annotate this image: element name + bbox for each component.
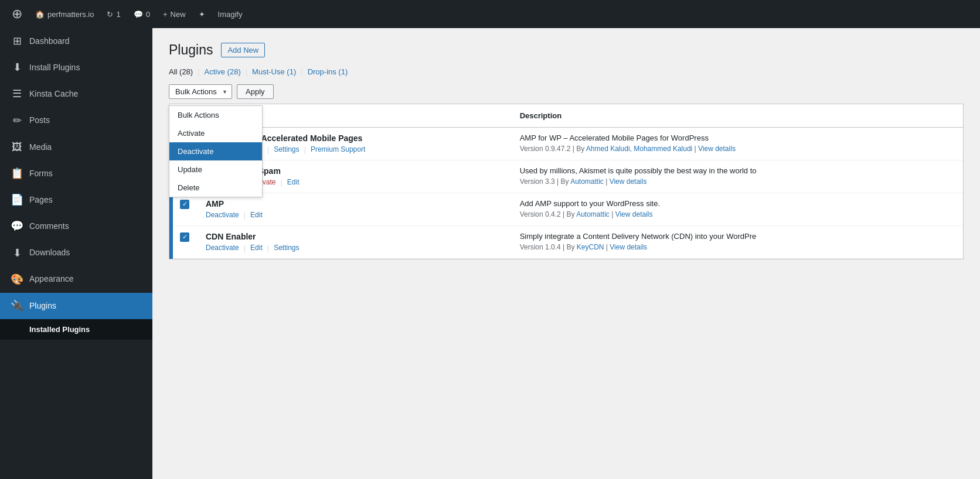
yoast-logo-icon: ✦ bbox=[199, 10, 205, 19]
filter-all[interactable]: All (28) bbox=[169, 67, 193, 76]
view-details-amp[interactable]: View details bbox=[615, 210, 653, 218]
plugin-meta-amp: Version 0.4.2 | By Automattic | View det… bbox=[520, 210, 955, 218]
plugin-desc-akismet: Used by millions, Akismet is quite possi… bbox=[512, 160, 963, 193]
plugin-actions-amp: Deactivate | Edit bbox=[206, 211, 503, 220]
plugin-actions-cdn: Deactivate | Edit | Settings bbox=[206, 244, 503, 252]
sidebar-item-comments[interactable]: 💬 Comments bbox=[0, 213, 152, 240]
sidebar-item-appearance[interactable]: 🎨 Appearance bbox=[0, 266, 152, 293]
plugin-name-cdn: CDN Enabler bbox=[206, 232, 503, 241]
wp-logo-icon: ⊕ bbox=[12, 6, 22, 22]
author-link-ampforwp[interactable]: Ahmed Kaludi, Mohammed Kaludi bbox=[586, 145, 692, 153]
action-edit-amp[interactable]: Edit bbox=[250, 211, 263, 220]
updates-icon: ↻ bbox=[107, 10, 113, 19]
site-name[interactable]: 🏠 perfmatters.io bbox=[30, 0, 98, 28]
appearance-icon: 🎨 bbox=[11, 272, 23, 287]
action-edit-akismet[interactable]: Edit bbox=[287, 178, 300, 187]
posts-icon: ✏ bbox=[11, 114, 23, 128]
plugin-name-amp: AMP bbox=[206, 199, 503, 208]
imagify-link[interactable]: Imagify bbox=[213, 0, 247, 28]
page-title-row: Plugins Add New bbox=[169, 42, 964, 58]
view-details-ampforwp[interactable]: View details bbox=[698, 145, 736, 153]
yoast-icon[interactable]: ✦ bbox=[194, 0, 210, 28]
filter-must-use[interactable]: Must-Use (1) bbox=[252, 67, 296, 76]
view-details-akismet[interactable]: View details bbox=[610, 177, 647, 186]
comments-sidebar-icon: 💬 bbox=[11, 219, 23, 234]
add-new-button[interactable]: Add New bbox=[221, 43, 265, 57]
new-content-button[interactable]: + New bbox=[158, 0, 190, 28]
row-cb-amp: ✓ bbox=[171, 193, 198, 226]
table-row: ✓ AMP for WP – Accelerated Mobile Pages … bbox=[171, 128, 963, 160]
plugins-icon: 🔌 bbox=[11, 299, 23, 313]
content-area: Plugins Add New All (28) | Active (28) |… bbox=[152, 28, 980, 479]
action-premium-support-ampforwp[interactable]: Premium Support bbox=[311, 145, 365, 154]
sidebar-item-forms[interactable]: 📋 Forms bbox=[0, 160, 152, 187]
bulk-actions-select-wrapper: Bulk Actions Activate Deactivate Update … bbox=[169, 84, 232, 99]
sidebar-item-install-plugins[interactable]: ⬇ Install Plugins bbox=[0, 54, 152, 81]
plugin-description-amp: Add AMP support to your WordPress site. bbox=[520, 199, 955, 208]
col-description: Description bbox=[512, 104, 963, 128]
plugin-table: Plugin Description ✓ AMP for bbox=[169, 104, 963, 259]
filter-active[interactable]: Active (28) bbox=[205, 67, 241, 76]
main-layout: ⊞ Dashboard ⬇ Install Plugins ☰ Kinsta C… bbox=[0, 28, 980, 479]
downloads-icon: ⬇ bbox=[11, 246, 23, 261]
dropdown-deactivate[interactable]: Deactivate bbox=[169, 142, 262, 160]
view-details-cdn[interactable]: View details bbox=[610, 243, 647, 251]
bulk-actions-select[interactable]: Bulk Actions Activate Deactivate Update … bbox=[169, 84, 232, 99]
dashboard-icon: ⊞ bbox=[11, 34, 23, 49]
forms-icon: 📋 bbox=[11, 166, 23, 181]
dropdown-bulk-actions[interactable]: Bulk Actions bbox=[169, 106, 262, 124]
action-edit-cdn[interactable]: Edit bbox=[250, 244, 263, 252]
plus-icon: + bbox=[163, 10, 168, 19]
dropdown-activate[interactable]: Activate bbox=[169, 124, 262, 142]
kinsta-cache-icon: ☰ bbox=[11, 87, 23, 101]
comments-link[interactable]: 💬 0 bbox=[129, 0, 155, 28]
sidebar-sub-plugins: Installed Plugins bbox=[0, 319, 152, 340]
action-settings-ampforwp[interactable]: Settings bbox=[274, 145, 299, 154]
media-icon: 🖼 bbox=[11, 140, 23, 155]
checkbox-amp[interactable]: ✓ bbox=[180, 200, 189, 209]
comments-icon: 💬 bbox=[134, 10, 143, 19]
filter-bar: All (28) | Active (28) | Must-Use (1) | … bbox=[169, 67, 964, 76]
sidebar-item-pages[interactable]: 📄 Pages bbox=[0, 187, 152, 213]
plugin-table-wrapper: Plugin Description ✓ AMP for bbox=[169, 104, 964, 259]
sidebar-sub-installed-plugins[interactable]: Installed Plugins bbox=[0, 321, 152, 337]
pages-icon: 📄 bbox=[11, 193, 23, 207]
action-deactivate-cdn[interactable]: Deactivate bbox=[206, 244, 239, 252]
plugin-desc-ampforwp: AMP for WP – Accelerated Mobile Pages fo… bbox=[512, 128, 963, 160]
sidebar-item-downloads[interactable]: ⬇ Downloads bbox=[0, 240, 152, 266]
author-link-amp[interactable]: Automattic bbox=[576, 210, 610, 218]
plugin-info-cdn: CDN Enabler Deactivate | Edit | Settings bbox=[198, 226, 512, 259]
filter-drop-ins[interactable]: Drop-ins (1) bbox=[308, 67, 348, 76]
updates-link[interactable]: ↻ 1 bbox=[102, 0, 125, 28]
bulk-actions-dropdown: Bulk Actions Activate Deactivate Update … bbox=[169, 105, 263, 197]
sidebar-item-posts[interactable]: ✏ Posts bbox=[0, 108, 152, 134]
action-deactivate-amp[interactable]: Deactivate bbox=[206, 211, 239, 220]
dropdown-update[interactable]: Update bbox=[169, 160, 262, 179]
plugin-desc-cdn: Simply integrate a Content Delivery Netw… bbox=[512, 226, 963, 259]
table-row: ✓ Akismet Anti-Spam Settings | Deactivat… bbox=[171, 160, 963, 193]
admin-bar: ⊕ 🏠 perfmatters.io ↻ 1 💬 0 + New ✦ Imagi… bbox=[0, 0, 980, 28]
plugin-desc-amp: Add AMP support to your WordPress site. … bbox=[512, 193, 963, 226]
plugin-description-ampforwp: AMP for WP – Accelerated Mobile Pages fo… bbox=[520, 134, 955, 142]
page-title: Plugins bbox=[169, 42, 213, 58]
wp-logo[interactable]: ⊕ bbox=[7, 0, 27, 28]
apply-button[interactable]: Apply bbox=[237, 84, 274, 99]
row-cb-cdn: ✓ bbox=[171, 226, 198, 259]
sidebar-item-dashboard[interactable]: ⊞ Dashboard bbox=[0, 28, 152, 54]
sidebar-item-kinsta-cache[interactable]: ☰ Kinsta Cache bbox=[0, 81, 152, 107]
bulk-actions-bar: Bulk Actions Activate Deactivate Update … bbox=[169, 84, 964, 99]
author-link-cdn[interactable]: KeyCDN bbox=[577, 243, 604, 251]
sidebar: ⊞ Dashboard ⬇ Install Plugins ☰ Kinsta C… bbox=[0, 28, 152, 479]
plugin-description-cdn: Simply integrate a Content Delivery Netw… bbox=[520, 232, 955, 241]
sidebar-item-media[interactable]: 🖼 Media bbox=[0, 134, 152, 160]
home-icon: 🏠 bbox=[35, 10, 45, 19]
checkbox-cdn[interactable]: ✓ bbox=[180, 232, 189, 242]
action-settings-cdn[interactable]: Settings bbox=[274, 244, 299, 252]
table-row: ✓ CDN Enabler Deactivate | Edit | Settin… bbox=[171, 226, 963, 259]
table-row: ✓ AMP Deactivate | Edit Add AMP support … bbox=[171, 193, 963, 226]
plugin-info-amp: AMP Deactivate | Edit bbox=[198, 193, 512, 226]
author-link-akismet[interactable]: Automattic bbox=[570, 177, 604, 186]
dropdown-delete[interactable]: Delete bbox=[169, 179, 262, 197]
sidebar-item-plugins[interactable]: 🔌 Plugins bbox=[0, 293, 152, 319]
install-plugins-icon: ⬇ bbox=[11, 60, 23, 75]
